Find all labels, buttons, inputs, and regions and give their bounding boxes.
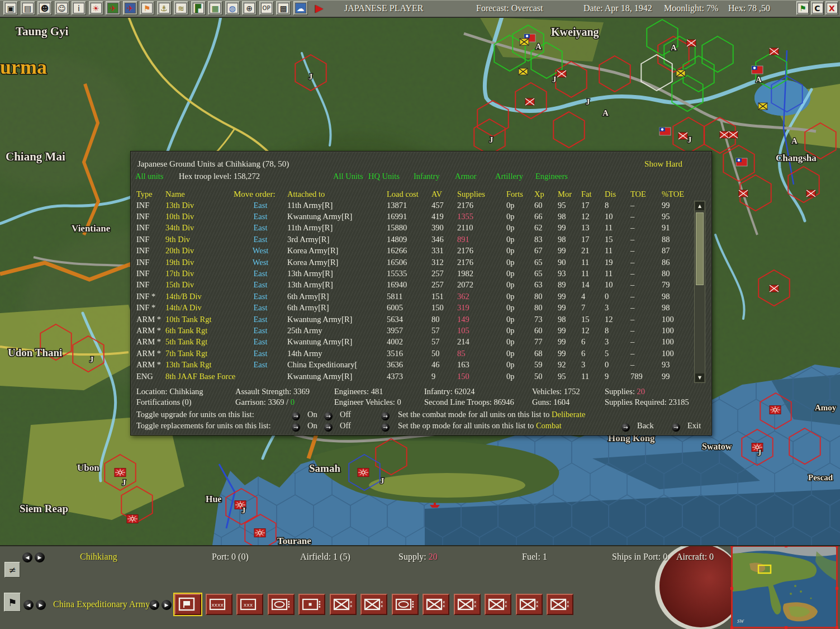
unit-button-infantry[interactable]: xx: [423, 594, 449, 615]
action-arrow[interactable]: →: [324, 423, 333, 432]
action-arrow[interactable]: →: [672, 423, 680, 432]
set-mode-label[interactable]: Set the combat mode for all units on thi…: [398, 410, 585, 419]
filter-infantry[interactable]: Infantry: [414, 172, 440, 181]
next-unit-button[interactable]: ▶: [162, 600, 172, 610]
toggle-off[interactable]: Off: [340, 410, 351, 419]
unit-row[interactable]: INF *14th/B DivEast6th Army[R]5811151362…: [136, 291, 687, 302]
unit-button-infantry[interactable]: xx: [330, 594, 357, 615]
action-arrow[interactable]: →: [621, 423, 630, 432]
col-header[interactable]: Name: [165, 188, 234, 200]
unit-row[interactable]: ARM *10th Tank RgtEastKwantung Army[R]56…: [136, 314, 687, 325]
action-arrow[interactable]: →: [292, 423, 300, 432]
unit-button-dot[interactable]: [298, 594, 325, 615]
hq-name-label[interactable]: China Expeditionary Army: [53, 599, 150, 609]
filter-armor[interactable]: Armor: [455, 172, 477, 181]
col-header[interactable]: Type: [136, 188, 165, 200]
col-header[interactable]: Attached to: [287, 188, 387, 200]
combat-report-button[interactable]: C: [811, 1, 824, 15]
calc-icon[interactable]: ▩: [276, 1, 291, 15]
col-header[interactable]: Move order:: [234, 188, 287, 200]
hq-flag-button[interactable]: ⚑: [4, 593, 21, 612]
flag-marker-icon[interactable]: ⚑: [140, 1, 154, 15]
unit-row[interactable]: INF20th DivWestKorea Army[R]162663312176…: [136, 245, 687, 257]
unit-button-infantry[interactable]: xx: [547, 594, 573, 615]
col-header[interactable]: AV: [431, 188, 457, 200]
close-button[interactable]: X: [825, 1, 838, 15]
unit-button-oval[interactable]: [392, 594, 419, 615]
base-icon[interactable]: ▛: [191, 1, 206, 15]
target-globe-icon[interactable]: ⊕: [242, 1, 257, 15]
all-units-selected-label[interactable]: All units: [135, 172, 163, 181]
unit-row[interactable]: INF *14th/A DivEast6th Army[R]6005150319…: [136, 302, 687, 314]
unit-button-oval[interactable]: [268, 594, 295, 615]
action-arrow[interactable]: →: [381, 412, 390, 420]
col-header[interactable]: %TOE: [662, 188, 687, 200]
unit-row[interactable]: ARM *13th Tank RgtEastChina Expeditionar…: [136, 359, 687, 370]
japan-sun-icon[interactable]: ☀: [89, 1, 103, 15]
unit-button-xxx[interactable]: xxx: [236, 594, 263, 615]
base-name-label[interactable]: Chihkiang: [80, 552, 117, 562]
unit-button-infantry[interactable]: xx: [485, 594, 511, 615]
unit-button-infantry[interactable]: xx: [454, 594, 481, 615]
col-header[interactable]: Forts: [506, 188, 534, 200]
unit-row[interactable]: ENG8th JAAF Base ForceKwantung Army[R]43…: [136, 371, 687, 382]
col-header[interactable]: Supplies: [457, 188, 506, 200]
filter-artillery[interactable]: Artillery: [495, 172, 523, 181]
back-button[interactable]: Back: [637, 421, 654, 431]
toggle-on[interactable]: On: [307, 421, 317, 431]
col-header[interactable]: Xp: [534, 188, 558, 200]
col-header[interactable]: Mor: [558, 188, 581, 200]
set-mode-label[interactable]: Set the op mode for all units on this li…: [398, 421, 562, 431]
unit-row[interactable]: ARM *5th Tank RgtEastKwantung Army[R]400…: [136, 337, 687, 348]
pilot-roster-icon[interactable]: ☺: [55, 1, 69, 15]
col-header[interactable]: Load cost: [387, 188, 431, 200]
unit-row[interactable]: INF10th DivEastKwantung Army[R]169914191…: [136, 211, 687, 222]
unit-row[interactable]: INF19th DivWestKorea Army[R]165063122176…: [136, 257, 687, 268]
action-arrow[interactable]: →: [324, 412, 333, 420]
ground-commander-icon[interactable]: ☻: [37, 1, 52, 15]
exit-button[interactable]: Exit: [687, 421, 701, 431]
unit-row[interactable]: ARM *6th Tank RgtEast25th Army3957571050…: [136, 325, 687, 336]
scroll-thumb[interactable]: [696, 212, 704, 285]
zoom-toggle-button[interactable]: ≠: [4, 562, 20, 578]
col-header[interactable]: Fat: [581, 188, 605, 200]
task-force-icon[interactable]: ≋: [174, 1, 188, 15]
action-arrow[interactable]: →: [381, 423, 390, 432]
globe-icon[interactable]: ◍: [225, 1, 240, 15]
next-hq-button[interactable]: ▶: [36, 600, 46, 610]
fighter-icon[interactable]: ✈: [106, 1, 120, 15]
scroll-down-button[interactable]: ▼: [695, 373, 704, 382]
unit-button-infantry[interactable]: xx: [516, 594, 543, 615]
filter-hq-units[interactable]: HQ Units: [368, 172, 400, 181]
unit-row[interactable]: ARM *7th Tank RgtEast14th Army351650850p…: [136, 348, 687, 359]
unit-row[interactable]: INF15th DivEast13th Army[R]1694025720720…: [136, 280, 687, 291]
minimap[interactable]: SW: [731, 545, 838, 628]
unit-row[interactable]: INF34th DivEast11th Army[R]1588039021100…: [136, 223, 687, 234]
save-icon[interactable]: ▣: [3, 1, 18, 15]
op-mode-icon[interactable]: OP: [259, 1, 274, 15]
unit-row[interactable]: INF13th DivEast11th Army[R]1387145721760…: [136, 200, 687, 211]
next-turn-button[interactable]: ▶: [312, 1, 326, 15]
bomber-icon[interactable]: ✈: [123, 1, 137, 15]
prev-base-button[interactable]: ◀: [22, 552, 32, 562]
orders-list-icon[interactable]: ▤: [21, 1, 35, 15]
prev-unit-button[interactable]: ◀: [149, 600, 159, 610]
flag-toggle-button[interactable]: ⚑: [796, 1, 809, 15]
unit-button-flag[interactable]: [174, 594, 201, 615]
prev-hq-button[interactable]: ◀: [23, 600, 34, 610]
dock-icon[interactable]: ▦: [208, 1, 222, 15]
toggle-on[interactable]: On: [307, 410, 317, 419]
info-icon[interactable]: i: [72, 1, 86, 15]
ship-icon[interactable]: ⚓: [157, 1, 172, 15]
unit-row[interactable]: INF9th DivEast3rd Army[R]148093468910p83…: [136, 234, 687, 245]
weather-icon[interactable]: ☁: [293, 1, 308, 15]
scroll-up-button[interactable]: ▲: [695, 202, 704, 210]
unit-row[interactable]: INF17th DivEast13th Army[R]1553525719820…: [136, 268, 687, 279]
col-header[interactable]: Dis: [605, 188, 630, 200]
filter-all-units[interactable]: All Units: [333, 172, 363, 181]
filter-engineers[interactable]: Engineers: [535, 172, 568, 181]
unit-button-xxxx[interactable]: xxxx: [206, 594, 232, 615]
next-base-button[interactable]: ▶: [35, 552, 45, 562]
col-header[interactable]: TOE: [630, 188, 662, 200]
unit-button-infantry[interactable]: xx: [360, 594, 387, 615]
